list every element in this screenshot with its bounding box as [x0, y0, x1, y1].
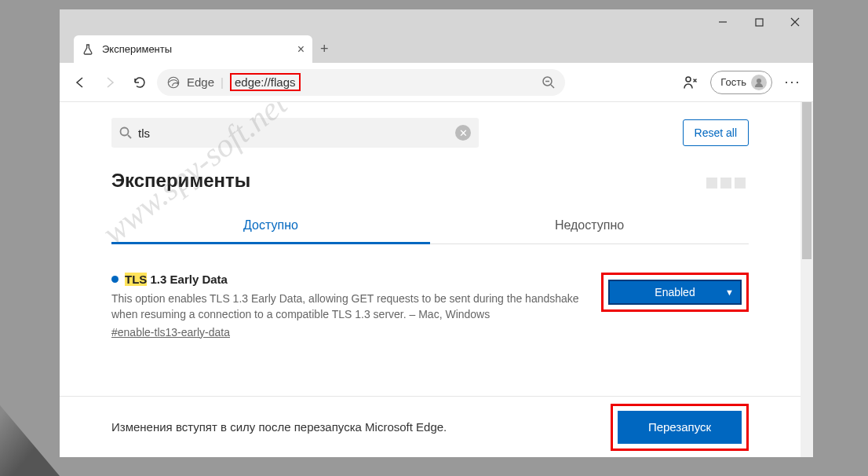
flag-title: TLS 1.3 Early Data [111, 273, 582, 286]
chevron-down-icon: ▼ [725, 287, 734, 297]
tab-close-icon[interactable]: × [297, 42, 305, 57]
maximize-button[interactable] [741, 9, 777, 35]
footer-text: Изменения вступят в силу после перезапус… [111, 420, 447, 434]
menu-button[interactable]: ··· [780, 74, 805, 90]
url-text: edge://flags [235, 75, 296, 89]
profile-button[interactable]: Гость [710, 71, 772, 94]
modified-dot-icon [111, 276, 119, 283]
titlebar: Эксперименты × + [60, 9, 813, 63]
new-tab-button[interactable]: + [320, 41, 329, 57]
profile-label: Гость [720, 76, 746, 88]
refresh-button[interactable] [127, 70, 152, 95]
tab-title: Эксперименты [102, 43, 172, 55]
flag-state-value: Enabled [655, 286, 695, 298]
page-content: www.spy-soft.net ✕ Reset all Эксперимент… [60, 102, 801, 457]
experiments-icon [82, 43, 94, 56]
toolbar-right: Гость ··· [677, 70, 805, 95]
flag-description: This option enables TLS 1.3 Early Data, … [111, 291, 582, 323]
address-bar[interactable]: Edge | edge://flags [157, 69, 565, 96]
avatar-icon [751, 75, 767, 90]
svg-rect-1 [756, 19, 763, 26]
url-highlight: edge://flags [230, 73, 301, 91]
scrollbar[interactable] [801, 102, 813, 457]
flag-select-highlight: Enabled ▼ [601, 273, 749, 312]
tab-available[interactable]: Доступно [111, 209, 430, 244]
browser-window: Эксперименты × + Edge | edge://flags Гос… [60, 9, 813, 457]
clear-search-icon[interactable]: ✕ [455, 125, 471, 141]
flags-tabs: Доступно Недоступно [111, 209, 749, 244]
collections-icon[interactable] [677, 70, 702, 95]
forward-button[interactable] [97, 70, 122, 95]
reset-all-button[interactable]: Reset all [683, 119, 749, 146]
bg-decor [0, 358, 60, 476]
browser-tab[interactable]: Эксперименты × [74, 35, 312, 63]
flag-state-select[interactable]: Enabled ▼ [608, 280, 742, 305]
window-controls [705, 9, 813, 35]
restart-highlight: Перезапуск [611, 404, 749, 451]
flag-hash-link[interactable]: #enable-tls13-early-data [111, 326, 230, 339]
svg-point-10 [121, 128, 129, 136]
decorative-boxes [706, 178, 746, 189]
tab-unavailable[interactable]: Недоступно [430, 209, 749, 243]
search-icon [119, 126, 132, 139]
svg-point-4 [168, 77, 179, 88]
search-input[interactable] [138, 126, 449, 140]
flag-row: TLS 1.3 Early Data This option enables T… [111, 273, 749, 339]
svg-point-9 [757, 79, 761, 83]
flags-search[interactable]: ✕ [111, 118, 479, 148]
svg-line-6 [551, 85, 554, 88]
svg-point-8 [686, 77, 691, 82]
back-button[interactable] [67, 70, 93, 95]
close-button[interactable] [777, 9, 813, 35]
scroll-thumb[interactable] [802, 102, 811, 259]
minimize-button[interactable] [705, 9, 741, 35]
zoom-icon[interactable] [542, 75, 556, 90]
page-title: Эксперименты [111, 170, 749, 192]
edge-label: Edge [187, 75, 214, 89]
restart-footer: Изменения вступят в силу после перезапус… [60, 396, 801, 457]
toolbar: Edge | edge://flags Гость ··· [60, 63, 813, 102]
svg-line-11 [128, 135, 131, 138]
restart-button[interactable]: Перезапуск [618, 411, 742, 444]
edge-icon [166, 75, 181, 90]
